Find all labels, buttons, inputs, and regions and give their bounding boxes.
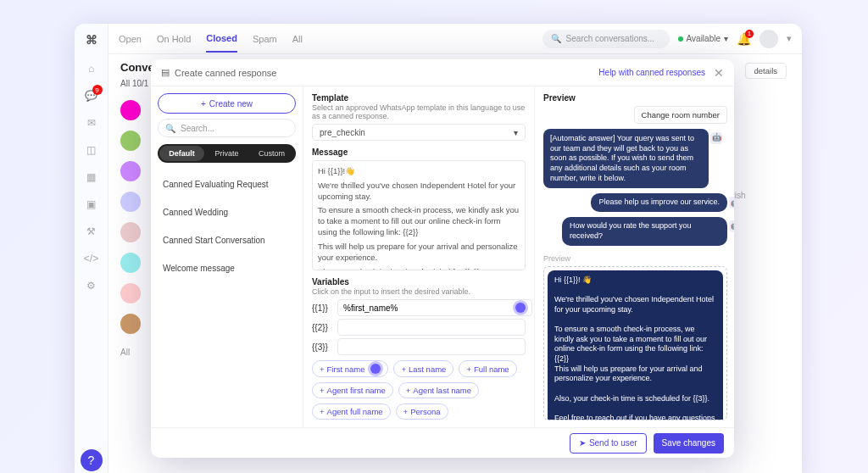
tab-closed[interactable]: Closed [206, 25, 237, 53]
modal-left-panel: + Create new 🔍 Search... Default Private… [151, 86, 303, 427]
send-icon: ➤ [579, 438, 586, 448]
chip-label: Persona [410, 407, 440, 416]
chip-label: Agent first name [327, 386, 386, 395]
avatar [120, 192, 141, 212]
chip-label: Full name [474, 364, 509, 374]
status-label: Available [687, 34, 721, 43]
notif-badge: 1 [745, 30, 754, 38]
modal-preview-panel: Preview Change room number [Automatic an… [535, 86, 734, 427]
chip-last-name[interactable]: +Last name [393, 360, 453, 377]
code-icon[interactable]: </> [84, 251, 99, 266]
help-link[interactable]: Help with canned responses [598, 68, 705, 77]
msg-line: We're thrilled you've chosen Independent… [318, 181, 520, 203]
chat-icon[interactable]: 💬9 [84, 88, 99, 103]
plus-icon: + [320, 364, 325, 374]
search-conversations-input[interactable]: 🔍 Search conversations... [542, 30, 670, 48]
avatar [120, 100, 141, 120]
modal-footer: ➤ Send to user Save changes [151, 427, 734, 458]
chip-label: Last name [409, 364, 446, 374]
canned-item[interactable]: Canned Wedding [158, 201, 296, 224]
send-to-user-button[interactable]: ➤ Send to user [570, 433, 647, 454]
canned-item[interactable]: Welcome message [158, 257, 296, 280]
plus-icon: + [401, 364, 406, 374]
chip-label: Agent last name [413, 386, 471, 395]
chip-full-name[interactable]: +Full name [459, 360, 516, 377]
chip-agent-last-name[interactable]: +Agent last name [398, 382, 479, 398]
status-dot-icon [678, 36, 683, 42]
save-changes-button[interactable]: Save changes [654, 433, 724, 454]
var1-label: {{1}} [312, 303, 332, 313]
modal-header: ▤ Create canned response Help with canne… [151, 59, 734, 86]
chip-agent-full-name[interactable]: +Agent full name [312, 403, 391, 420]
search-conversations-placeholder: Search conversations... [566, 34, 655, 43]
bubble-text: Please help us improve our service. [598, 198, 720, 206]
chart-icon[interactable]: ◫ [84, 142, 99, 158]
chip-first-name[interactable]: +First name [312, 360, 388, 377]
create-new-button[interactable]: + Create new [158, 93, 296, 114]
change-room-button[interactable]: Change room number [634, 106, 727, 124]
robot-icon: 🤖 [710, 132, 722, 144]
nav-rail: ⌘ ⌂ 💬9 ✉ ◫ ▦ ▣ ⚒ </> ⚙ ? [75, 24, 108, 473]
bubble-line: Hi {{1}}! 👋 [554, 275, 716, 286]
chat-bubble-user: Please help us improve our service.🤖 [591, 193, 727, 212]
tab-all[interactable]: All [292, 26, 303, 52]
tab-open[interactable]: Open [119, 26, 142, 52]
create-new-label: Create new [209, 99, 253, 109]
variable-chips: +First name +Last name +Full name +Agent… [312, 360, 526, 420]
search-canned-input[interactable]: 🔍 Search... [158, 119, 296, 137]
status-pill[interactable]: Available ▾ [678, 34, 728, 43]
gear-icon[interactable]: ⚙ [84, 278, 99, 293]
segment-default[interactable]: Default [159, 146, 204, 161]
segment-custom[interactable]: Custom [249, 146, 294, 161]
template-value: pre_checkin [320, 128, 365, 137]
pulse-indicator-icon [515, 303, 526, 313]
avatar [120, 283, 141, 303]
msg-line: This will help us prepare for your arriv… [318, 242, 520, 264]
plus-icon: + [201, 99, 206, 109]
message-icon[interactable]: ✉ [84, 115, 99, 131]
chip-agent-first-name[interactable]: +Agent first name [312, 382, 393, 398]
details-button[interactable]: details [745, 63, 787, 79]
bubble-text: [Automatic answer] Your query was sent t… [550, 134, 694, 182]
var3-label: {{3}} [312, 342, 332, 352]
template-label: Template [312, 93, 526, 103]
filter-all-count[interactable]: All 10/1 [120, 79, 148, 88]
chip-persona[interactable]: +Persona [396, 403, 448, 420]
variables-label: Variables [312, 277, 526, 287]
close-icon[interactable]: ✕ [714, 66, 724, 80]
modal-center-panel: Template Select an approved WhatsApp tem… [303, 86, 535, 427]
chat-bubble-auto: [Automatic answer] Your query was sent t… [543, 129, 709, 188]
chevron-down-icon[interactable]: ▾ [787, 33, 792, 44]
avatar [120, 131, 141, 151]
bell-icon[interactable]: 🔔1 [737, 32, 751, 46]
book-icon[interactable]: ▣ [84, 197, 99, 212]
topbar: Open On Hold Closed Spam All 🔍 Search co… [108, 24, 802, 54]
bubble-text: How would you rate the support you recei… [570, 221, 692, 240]
preview-inner-label: Preview [543, 254, 727, 263]
logo-icon: ⌘ [82, 31, 101, 49]
template-select[interactable]: pre_checkin ▾ [312, 124, 526, 141]
var3-input[interactable] [337, 338, 526, 355]
avatar[interactable] [760, 30, 778, 48]
robot-icon: 🤖 [729, 197, 734, 209]
var2-input[interactable] [337, 319, 526, 336]
tab-on-hold[interactable]: On Hold [157, 26, 191, 52]
canned-item[interactable]: Canned Evaluating Request [158, 173, 296, 196]
avatar [120, 253, 141, 273]
send-label: Send to user [589, 438, 637, 448]
message-textarea[interactable]: Hi {{1}}!👋 We're thrilled you've chosen … [312, 160, 526, 270]
preview-label: Preview [543, 93, 727, 103]
help-icon[interactable]: ? [81, 449, 103, 471]
bubble-line: To ensure a smooth check-in process, we … [554, 325, 716, 364]
var1-input[interactable] [337, 299, 532, 316]
home-icon[interactable]: ⌂ [84, 61, 99, 76]
search-icon: 🔍 [551, 34, 561, 43]
grid-icon[interactable]: ▦ [84, 170, 99, 185]
tab-spam[interactable]: Spam [253, 26, 277, 52]
canned-item[interactable]: Canned Start Conversation [158, 229, 296, 252]
chip-label: First name [327, 364, 365, 374]
chat-badge: 9 [92, 85, 103, 95]
tool-icon[interactable]: ⚒ [84, 224, 99, 239]
msg-line: Also, your check-in time is scheduled fo… [318, 267, 520, 271]
segment-private[interactable]: Private [204, 146, 249, 161]
